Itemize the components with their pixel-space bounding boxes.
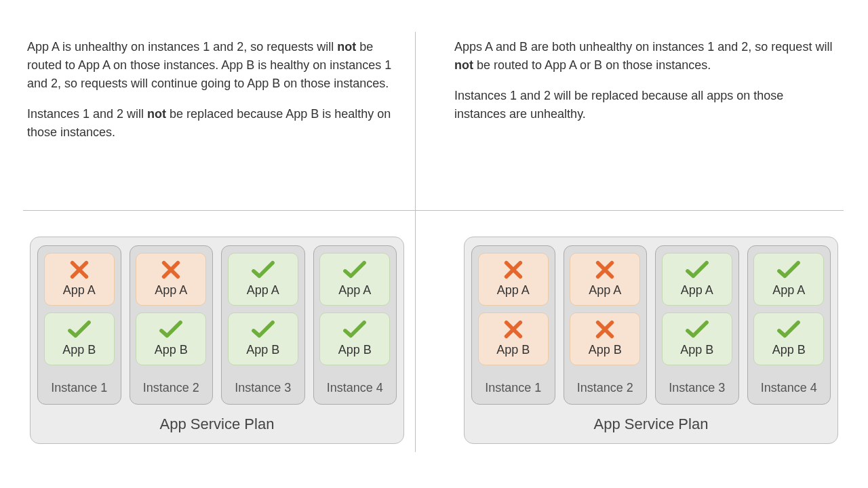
app-a-label: App A (63, 281, 96, 300)
app-a-tile: App A (319, 253, 390, 306)
app-a-label: App A (155, 281, 187, 300)
check-icon (250, 260, 276, 280)
app-b-label: App B (589, 341, 622, 359)
left-paragraph-1: App A is unhealthy on instances 1 and 2,… (27, 38, 411, 93)
text: be routed to App A or B on those instanc… (473, 58, 711, 72)
instance-label: Instance 2 (577, 379, 633, 397)
app-b-tile: App B (44, 312, 115, 365)
instance-2: App A App B Instance 2 (564, 245, 648, 405)
app-a-tile: App A (44, 253, 115, 306)
app-a-label: App A (681, 281, 713, 300)
app-a-label: App A (338, 281, 371, 300)
instance-4: App A App B Instance 4 (313, 245, 397, 405)
check-icon (342, 319, 368, 340)
app-a-label: App A (589, 281, 621, 300)
caption-left: App A is unhealthy on instances 1 and 2,… (0, 38, 434, 210)
instance-label: Instance 4 (761, 379, 817, 397)
app-a-tile: App A (136, 253, 206, 306)
instance-2: App A App B Instance 2 (130, 245, 214, 405)
app-a-tile: App A (228, 253, 298, 306)
instances-container: App A App B Instance 1 App A (37, 245, 397, 405)
instance-label: Instance 2 (143, 379, 199, 397)
scenario-2: App A App B Instance 1 App A (434, 211, 868, 488)
app-b-tile: App B (228, 312, 298, 365)
app-a-tile: App A (570, 253, 640, 306)
left-paragraph-2: Instances 1 and 2 will not be replaced b… (27, 105, 411, 142)
text: Instances 1 and 2 will (27, 107, 147, 121)
app-a-tile: App A (662, 253, 732, 306)
caption-right: Apps A and B are both unhealthy on insta… (434, 38, 868, 210)
app-service-plan: App A App B Instance 1 App A (30, 237, 404, 444)
check-icon (250, 319, 276, 340)
cross-icon (66, 260, 92, 280)
instance-label: Instance 1 (51, 379, 107, 397)
bold-text: not (147, 107, 166, 121)
app-b-tile: App B (753, 312, 824, 365)
app-b-label: App B (338, 341, 372, 359)
app-a-tile: App A (478, 253, 549, 306)
instances-container: App A App B Instance 1 App A (471, 245, 831, 405)
bold-text: not (337, 40, 356, 54)
check-icon (776, 260, 802, 280)
check-icon (342, 260, 368, 280)
scenario-1: App A App B Instance 1 App A (0, 211, 434, 488)
diagram-row: App A App B Instance 1 App A (0, 211, 868, 488)
app-a-label: App A (247, 281, 279, 300)
check-icon (684, 319, 710, 340)
app-a-label: App A (772, 281, 805, 300)
text: App A is unhealthy on instances 1 and 2,… (27, 40, 337, 54)
app-b-label: App B (62, 341, 96, 359)
app-a-tile: App A (753, 253, 824, 306)
instance-4: App A App B Instance 4 (747, 245, 831, 405)
cross-icon (592, 260, 618, 280)
app-b-label: App B (155, 341, 188, 359)
app-b-label: App B (496, 341, 530, 359)
instance-label: Instance 4 (327, 379, 383, 397)
cross-icon (592, 319, 618, 340)
instance-1: App A App B Instance 1 (471, 245, 555, 405)
plan-label: App Service Plan (37, 405, 397, 439)
app-b-tile: App B (136, 312, 206, 365)
app-b-label: App B (680, 341, 713, 359)
plan-label: App Service Plan (471, 405, 831, 439)
app-a-label: App A (497, 281, 530, 300)
instance-label: Instance 1 (485, 379, 541, 397)
diagram-root: App A is unhealthy on instances 1 and 2,… (0, 0, 868, 488)
bold-text: not (454, 58, 473, 72)
instance-3: App A App B Instance 3 (221, 245, 305, 405)
right-paragraph-2: Instances 1 and 2 will be replaced becau… (454, 87, 838, 123)
check-icon (158, 319, 184, 340)
vertical-divider (415, 32, 416, 452)
app-b-tile: App B (319, 312, 390, 365)
instance-1: App A App B Instance 1 (37, 245, 121, 405)
check-icon (684, 260, 710, 280)
cross-icon (158, 260, 184, 280)
instance-label: Instance 3 (235, 379, 291, 397)
check-icon (66, 319, 92, 340)
instance-3: App A App B Instance 3 (655, 245, 739, 405)
text: Apps A and B are both unhealthy on insta… (454, 40, 832, 54)
right-paragraph-1: Apps A and B are both unhealthy on insta… (454, 38, 838, 75)
app-b-tile: App B (478, 312, 549, 365)
app-b-tile: App B (570, 312, 640, 365)
app-b-label: App B (246, 341, 279, 359)
caption-row: App A is unhealthy on instances 1 and 2,… (0, 0, 868, 210)
cross-icon (500, 319, 526, 340)
instance-label: Instance 3 (669, 379, 725, 397)
app-b-label: App B (772, 341, 806, 359)
app-service-plan: App A App B Instance 1 App A (464, 237, 838, 444)
app-b-tile: App B (662, 312, 732, 365)
check-icon (776, 319, 802, 340)
cross-icon (500, 260, 526, 280)
